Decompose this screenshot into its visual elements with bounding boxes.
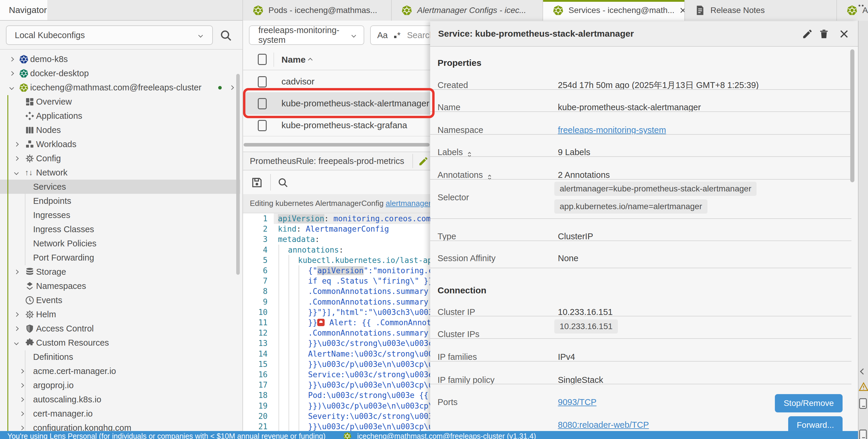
line-content: kind: AlertmanagerConfig	[278, 224, 389, 234]
sidebar-item-overview[interactable]: Overview	[0, 95, 240, 109]
chevron-right-icon[interactable]	[14, 156, 19, 161]
code-line-15: 15}}\u003c/p\u003e\n\u003cp\u003	[243, 359, 430, 370]
sidebar-item-helm[interactable]: Helm	[0, 307, 240, 322]
tab-label: Pods - icecheng@mathmas...	[269, 6, 377, 15]
port-link-8080-reloader-web-tcp[interactable]: 8080:reloader-web/TCP	[558, 420, 649, 430]
sidebar-scrollbar[interactable]	[236, 74, 240, 275]
horizontal-scrollbar[interactable]	[244, 143, 430, 146]
namespace-link[interactable]: freeleaps-monitoring-system	[558, 125, 666, 135]
sidebar-item-ingress-classes[interactable]: Ingress Classes	[0, 222, 240, 236]
chevron-right-icon[interactable]	[9, 57, 14, 62]
tab-alertmanager-configs-ice[interactable]: Alertmanager Configs - icec...	[391, 0, 542, 21]
port-link-9093-tcp[interactable]: 9093/TCP	[558, 397, 597, 407]
row-checkbox[interactable]	[258, 120, 267, 131]
sidebar-item-custom-resources[interactable]: Custom Resources	[0, 336, 240, 350]
sidebar-search-icon[interactable]	[219, 29, 232, 42]
chevron-right-icon[interactable]	[20, 369, 24, 374]
table-row-kube-prometheus-stack-kube-sta[interactable]: kube-prometheus-stack-kube-state-metrics	[243, 136, 430, 142]
sidebar-item-config[interactable]: Config	[0, 151, 240, 165]
close-icon[interactable]	[838, 28, 850, 40]
save-icon[interactable]	[251, 176, 263, 189]
sidebar-item-workloads[interactable]: Workloads	[0, 137, 240, 151]
drawer-title: Service: kube-prometheus-stack-alertmana…	[438, 21, 634, 46]
chevron-right-icon[interactable]	[20, 426, 24, 431]
sidebar-item-namespaces[interactable]: Namespaces	[0, 279, 240, 293]
sidebar-item-demo-k8s[interactable]: demo-k8s	[0, 52, 240, 66]
sidebar-item-port-forwarding[interactable]: Port Forwarding	[0, 250, 240, 265]
panel-box-icon[interactable]	[859, 430, 867, 439]
chevron-right-icon[interactable]	[14, 327, 19, 331]
sidebar-item-definitions[interactable]: Definitions	[0, 350, 240, 364]
line-number: 6	[246, 265, 268, 276]
annotation-highlight-rect	[243, 88, 435, 118]
warning-icon[interactable]	[859, 382, 868, 392]
sidebar-item-docker-desktop[interactable]: docker-desktop	[0, 66, 240, 80]
tab-pods-icecheng-mathmas-[interactable]: Pods - icecheng@mathmas...	[242, 0, 391, 21]
sidebar-item-nodes[interactable]: Nodes	[0, 123, 240, 137]
chevron-right-icon[interactable]	[14, 142, 19, 147]
regex-icon[interactable]: *	[394, 30, 400, 40]
chevron-right-icon[interactable]	[14, 312, 19, 317]
chevron-down-icon[interactable]	[9, 86, 14, 90]
chevron-right-icon[interactable]	[14, 270, 19, 274]
detail-value: kube-prometheus-stack-alertmanager	[558, 100, 701, 114]
chevron-right-icon[interactable]	[229, 86, 234, 90]
sidebar-item-services[interactable]: Services	[0, 180, 240, 194]
chevron-right-icon[interactable]	[20, 411, 24, 416]
chevron-right-icon[interactable]	[20, 383, 24, 388]
sidebar-item-acme-cert-manager-io[interactable]: acme.cert-manager.io	[0, 364, 240, 378]
edit-pencil-icon[interactable]	[802, 28, 813, 40]
divider	[430, 218, 851, 219]
divider	[270, 174, 271, 191]
code-line-5: 5kubectl.kubernetes.io/last-appli	[243, 255, 430, 266]
chevron-left-icon[interactable]	[860, 368, 866, 375]
match-case-icon[interactable]: Aa	[377, 30, 388, 40]
stop-remove-button[interactable]: Stop/Remove	[775, 394, 843, 412]
line-number: 13	[246, 338, 268, 348]
sidebar-item-autoscaling-k8s-io[interactable]: autoscaling.k8s.io	[0, 392, 240, 406]
select-all-checkbox[interactable]	[258, 54, 267, 65]
sidebar-item-network[interactable]: ↑↓Network	[0, 165, 240, 180]
yaml-editor[interactable]: 1apiVersion: monitoring.coreos.com/v12ki…	[243, 213, 430, 431]
editor-search-icon[interactable]	[277, 177, 288, 188]
edit-pencil-icon[interactable]	[418, 156, 429, 167]
tab-services-icecheng-math-[interactable]: Services - icecheng@math...	[542, 0, 684, 21]
chevron-down-icon[interactable]	[14, 170, 19, 175]
sidebar-item-argoproj-io[interactable]: argoproj.io	[0, 378, 240, 392]
sidebar-item-endpoints[interactable]: Endpoints	[0, 194, 240, 208]
chip-list: 10.233.16.151	[554, 319, 618, 337]
sidebar-item-applications[interactable]: Applications	[0, 109, 240, 123]
kubeconfig-select[interactable]: Local Kubeconfigs	[6, 25, 213, 45]
table-header: Name	[243, 49, 430, 70]
sidebar-item-label: cert-manager.io	[33, 406, 93, 421]
sidebar-item-access-control[interactable]: Access Control	[0, 322, 240, 336]
chevron-down-icon[interactable]	[14, 341, 19, 345]
drawer-scrollbar[interactable]	[850, 49, 855, 182]
forward-button[interactable]: Forward...	[788, 416, 843, 431]
sort-toggle-icon[interactable]	[486, 171, 493, 179]
panel-box-icon[interactable]	[859, 398, 867, 409]
sidebar-item-events[interactable]: Events	[0, 293, 240, 307]
sidebar-item-icecheng-mathmast-com-freeleap[interactable]: icecheng@mathmast.com@freeleaps-cluster	[0, 80, 240, 95]
sidebar-item-cert-manager-io[interactable]: cert-manager.io	[0, 406, 240, 421]
close-icon[interactable]	[679, 6, 684, 14]
line-number: 10	[246, 307, 268, 317]
chevron-right-icon[interactable]	[9, 71, 14, 76]
sidebar-item-storage[interactable]: Storage	[0, 265, 240, 279]
sort-asc-icon[interactable]	[308, 58, 313, 63]
document-icon	[694, 5, 706, 16]
row-checkbox[interactable]	[258, 76, 267, 88]
sidebar-item-network-policies[interactable]: Network Policies	[0, 236, 240, 250]
delete-trash-icon[interactable]	[818, 28, 830, 40]
alertmanagerconfig-link[interactable]: alertmanager	[386, 199, 430, 208]
indent-guide	[299, 265, 299, 431]
search-input[interactable]: Aa * Search	[370, 25, 430, 45]
sidebar-item-configuration-konghq-com[interactable]: configuration.konghq.com	[0, 421, 240, 431]
chevron-right-icon[interactable]	[20, 397, 24, 402]
sort-toggle-icon[interactable]	[466, 148, 473, 156]
sidebar-item-ingresses[interactable]: Ingresses	[0, 208, 240, 222]
tab-release-notes[interactable]: Release Notes	[684, 0, 836, 21]
namespace-select[interactable]: freeleaps-monitoring-system	[249, 25, 364, 45]
column-header-name[interactable]: Name	[281, 49, 306, 70]
tab-strip: Pods - icecheng@mathmas...Alertmanager C…	[242, 0, 868, 21]
